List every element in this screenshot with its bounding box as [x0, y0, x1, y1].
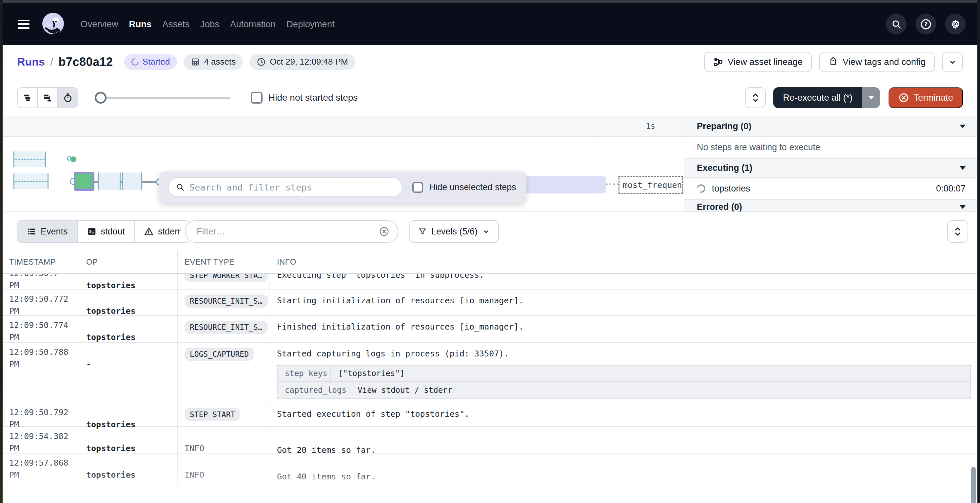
step-label: most_frequent: [619, 180, 683, 190]
table-row[interactable]: 12:09:50.772PM topstories RESOURCE_INIT_…: [0, 290, 980, 316]
top-nav: Overview Runs Assets Jobs Automation Dep…: [0, 3, 980, 45]
table-row[interactable]: 12:09:50.7PM topstories STEP_WORKER_STA……: [0, 274, 980, 290]
search-button[interactable]: [886, 14, 907, 34]
tab-stderr[interactable]: stderr: [135, 221, 190, 242]
view-tags-config-button[interactable]: View tags and config: [819, 52, 935, 72]
gantt-step-queued[interactable]: [98, 172, 121, 190]
panel-section-executing[interactable]: Executing (1): [684, 159, 977, 178]
hide-not-started-checkbox[interactable]: [251, 92, 262, 103]
metadata-value: ["topstories"]: [331, 369, 404, 378]
up-down-chevrons-icon: [751, 92, 760, 103]
nav-item-assets[interactable]: Assets: [162, 3, 189, 45]
up-down-chevrons-icon: [953, 226, 963, 237]
nav-item-runs[interactable]: Runs: [129, 3, 152, 45]
gantt-step-most-frequent[interactable]: most_frequent: [619, 176, 683, 194]
dagster-run-page: Overview Runs Assets Jobs Automation Dep…: [0, 0, 980, 503]
slider-knob[interactable]: [95, 92, 107, 103]
log-panel-resize-button[interactable]: [947, 220, 968, 243]
reexecute-dropdown-button[interactable]: [862, 87, 880, 108]
gantt-step-pending[interactable]: [13, 151, 46, 167]
time-gridline: [593, 137, 594, 212]
log-filter-input[interactable]: [197, 227, 375, 237]
run-header: Runs / b7c80a12 Started 4 assets Oct 29,…: [0, 45, 980, 80]
tab-events[interactable]: Events: [18, 221, 78, 242]
hide-unselected-checkbox[interactable]: [412, 182, 423, 193]
dotted-dependency-link: [606, 183, 619, 185]
dagster-logo-icon[interactable]: [41, 12, 65, 37]
run-status-badge[interactable]: Started: [124, 54, 177, 70]
nav-items: Overview Runs Assets Jobs Automation Dep…: [81, 3, 335, 45]
step-search-input[interactable]: [189, 182, 395, 193]
slider-track[interactable]: [95, 97, 231, 99]
table-header-row: TIMESTAMP OP EVENT TYPE INFO: [0, 250, 980, 274]
gantt-search-popup: Hide unselected steps: [159, 172, 526, 203]
asset-grid-icon: [191, 57, 200, 67]
gantt-chart: 1s most_frequent Hide unselected st: [0, 116, 980, 212]
nav-item-jobs[interactable]: Jobs: [200, 3, 219, 45]
breadcrumb-runs-link[interactable]: Runs: [17, 56, 45, 68]
gantt-zoom-slider[interactable]: [95, 92, 231, 103]
search-icon: [891, 19, 902, 30]
event-level-label: INFO: [185, 469, 265, 481]
search-icon: [176, 183, 185, 192]
tab-stdout[interactable]: stdout: [78, 221, 135, 242]
window-left-edge: [0, 0, 3, 503]
panel-resize-button[interactable]: [745, 87, 766, 108]
step-search-field[interactable]: [168, 177, 402, 197]
assets-count-badge[interactable]: 4 assets: [183, 54, 243, 70]
view-asset-lineage-button[interactable]: View asset lineage: [704, 52, 812, 72]
header-event-type: EVENT TYPE: [185, 250, 235, 274]
executing-step-row[interactable]: topstories 0:00:07: [684, 178, 977, 200]
header-timestamp: TIMESTAMP: [9, 250, 56, 274]
gantt-time-axis: 1s: [0, 116, 684, 137]
time-tick-label: 1s: [639, 116, 662, 136]
step-elapsed-time: 0:00:07: [936, 184, 966, 194]
terminate-button[interactable]: Terminate: [889, 87, 963, 108]
waterfall-view-icon: [42, 92, 53, 103]
reexecute-all-button[interactable]: Re-execute all (*): [773, 87, 862, 108]
nav-item-overview[interactable]: Overview: [81, 3, 118, 45]
hide-unselected-label: Hide unselected steps: [429, 182, 516, 193]
timed-view-button[interactable]: [58, 88, 78, 108]
gantt-view-mode-control: [17, 87, 78, 108]
table-row[interactable]: 12:09:50.788PM - LOGS_CAPTURED Started c…: [0, 343, 980, 404]
table-row[interactable]: 12:09:54.382PM topstories INFO Got 20 it…: [0, 427, 980, 454]
gantt-step-queued[interactable]: [122, 172, 142, 190]
table-row[interactable]: 12:09:57.868PM topstories INFO Got 40 it…: [0, 454, 980, 503]
breadcrumb-run-id: b7c80a12: [58, 55, 113, 69]
nav-item-automation[interactable]: Automation: [230, 3, 276, 45]
panel-section-errored[interactable]: Errored (0): [684, 200, 977, 212]
event-type-badge: STEP_START: [185, 408, 240, 421]
hamburger-menu-icon[interactable]: [18, 20, 30, 29]
metadata-key: captured_logs: [278, 382, 350, 398]
event-list-icon: [27, 227, 37, 236]
event-type-badge: RESOURCE_INIT_S…: [185, 294, 268, 307]
event-metadata-table: step_keys ["topstories"] captured_logs V…: [277, 365, 971, 399]
chevron-down-icon: [948, 57, 958, 67]
chevron-down-icon: [482, 227, 490, 236]
clear-filter-icon[interactable]: [379, 226, 390, 237]
tag-icon: [828, 57, 838, 67]
waterfall-view-button[interactable]: [38, 88, 58, 108]
log-filter-field[interactable]: [185, 220, 398, 243]
help-button[interactable]: ?: [915, 14, 936, 34]
breadcrumb-separator: /: [50, 56, 53, 68]
event-type-badge: STEP_WORKER_STA…: [185, 274, 268, 282]
metadata-value-link[interactable]: View stdout / stderr: [350, 385, 452, 395]
settings-button[interactable]: [945, 14, 966, 34]
running-dot-marker[interactable]: [70, 156, 76, 162]
svg-text:?: ?: [924, 21, 927, 27]
vertical-scrollbar[interactable]: [971, 467, 976, 503]
levels-filter-button[interactable]: Levels (5/6): [409, 220, 499, 243]
table-row[interactable]: 12:09:50.774PM topstories RESOURCE_INIT_…: [0, 316, 980, 343]
more-run-actions-button[interactable]: [942, 52, 963, 72]
gantt-step-running-selected[interactable]: [74, 172, 94, 191]
event-type-badge: RESOURCE_INIT_S…: [185, 321, 268, 334]
table-row[interactable]: 12:09:50.792PM topstories STEP_START Sta…: [0, 404, 980, 427]
flat-view-button[interactable]: [18, 88, 38, 108]
gantt-step-pending[interactable]: [13, 174, 49, 189]
panel-section-preparing[interactable]: Preparing (0): [684, 116, 977, 137]
nav-item-deployment[interactable]: Deployment: [286, 3, 335, 45]
caret-down-icon: [960, 205, 966, 209]
run-timestamp-badge: Oct 29, 12:09:48 PM: [250, 54, 355, 70]
